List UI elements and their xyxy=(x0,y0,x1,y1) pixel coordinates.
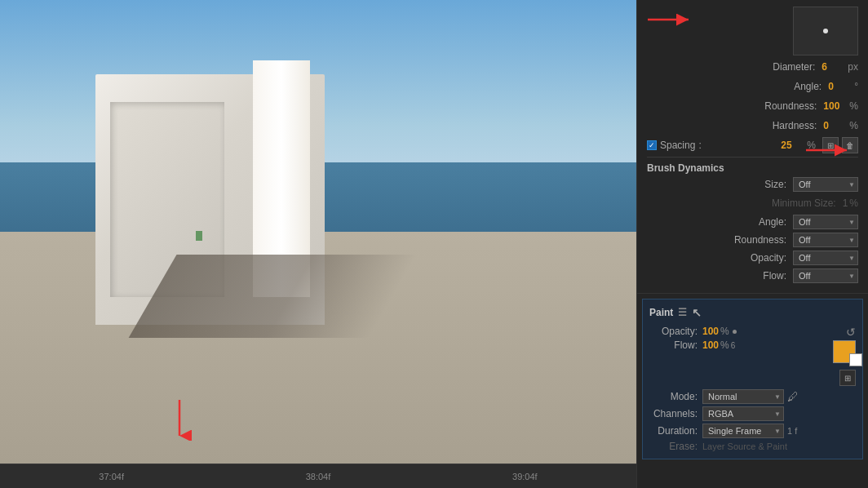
diameter-value: 6 xyxy=(822,61,846,73)
paint-flow-unit: % xyxy=(720,339,729,351)
size-label: Size: xyxy=(647,179,793,190)
channels-select[interactable]: RGBA RGB Alpha xyxy=(702,406,784,421)
spacing-label: Spacing: xyxy=(647,140,781,151)
opacity-flow-group: Opacity: 100 % Flow: 100 % 6 xyxy=(649,326,740,353)
eyedropper-icon[interactable]: 🖊 xyxy=(787,390,799,403)
spacing-checkbox[interactable] xyxy=(647,140,657,150)
channels-select-wrapper: RGBA RGB Alpha xyxy=(702,406,784,421)
flow-small-num: 6 xyxy=(731,341,736,350)
paint-flow-row: Flow: 100 % 6 xyxy=(649,339,740,351)
cursor-icon: ↖ xyxy=(692,306,702,319)
size-select-wrapper: Off xyxy=(793,177,858,192)
roundness-dynamics-row: Roundness: Off xyxy=(647,233,858,247)
size-select[interactable]: Off xyxy=(793,177,858,192)
hardness-row: Hardness: 0 % xyxy=(647,118,858,134)
color-swap-icon[interactable]: ↺ xyxy=(846,326,856,339)
duration-select-wrapper: Single Frame All Frames Work Area xyxy=(702,424,784,438)
diameter-row: Diameter: 6 px xyxy=(647,59,858,75)
brush-section: Diameter: 6 px Angle: 0 ° xyxy=(637,0,868,294)
size-row: Size: Off xyxy=(647,177,858,192)
paint-header-icon: ☰ xyxy=(678,307,687,318)
paint-section: Paint ☰ ↖ Opacity: 100 % Flow: xyxy=(642,299,863,459)
paint-mode-row: Mode: Normal Multiply Screen Overlay 🖊 xyxy=(649,389,856,404)
angle-row: Angle: 0 ° xyxy=(647,78,858,95)
video-canvas xyxy=(0,0,636,464)
paint-opacity-unit: % xyxy=(720,326,729,337)
angle-dynamics-label: Angle: xyxy=(647,216,793,228)
paint-mode-label: Mode: xyxy=(649,391,702,402)
angle-label: Angle: xyxy=(647,81,828,92)
paint-channels-row: Channels: RGBA RGB Alpha xyxy=(649,406,856,421)
diameter-unit: px xyxy=(848,61,858,73)
opacity-dot xyxy=(733,330,737,334)
spacing-row: Spacing: 25 % ⊞ 🗑 xyxy=(647,137,858,153)
roundness-dynamics-select[interactable]: Off xyxy=(793,233,858,247)
brush-dynamics-title: Brush Dynamics xyxy=(647,162,858,174)
main-area: 37:04f 38:04f 39:04f Diameter: 6 px xyxy=(0,0,868,488)
brush-preview xyxy=(793,7,858,55)
paint-flow-label: Flow: xyxy=(649,339,702,351)
erase-label: Erase: xyxy=(649,441,702,452)
paint-erase-row: Erase: Layer Source & Paint xyxy=(649,441,856,452)
min-size-label: Minimum Size: xyxy=(647,197,843,209)
opacity-dynamics-label: Opacity: xyxy=(647,252,793,264)
min-size-unit: % xyxy=(849,197,858,209)
spacing-label-text: Spacing xyxy=(660,140,695,151)
paint-opacity-label: Opacity: xyxy=(649,326,702,337)
opacity-dynamics-select-wrapper: Off xyxy=(793,251,858,265)
paint-flow-value: 100 xyxy=(702,339,719,351)
opacity-dynamics-select[interactable]: Off xyxy=(793,251,858,265)
roundness-dynamics-select-wrapper: Off xyxy=(793,233,858,247)
divider-1 xyxy=(647,157,858,157)
min-size-row: Minimum Size: 1 % xyxy=(647,195,858,211)
spacing-actions: ⊞ 🗑 xyxy=(822,137,858,153)
flow-dynamics-row: Flow: Off xyxy=(647,268,858,283)
timeline-labels: 37:04f 38:04f 39:04f xyxy=(8,472,628,481)
mode-select-wrapper: Normal Multiply Screen Overlay xyxy=(702,389,784,404)
min-size-value: 1 xyxy=(843,197,848,209)
swatch-extra-icons: ⊞ xyxy=(839,370,856,386)
angle-dynamics-select[interactable]: Off xyxy=(793,215,858,229)
duration-select[interactable]: Single Frame All Frames Work Area xyxy=(702,424,784,438)
paint-header: Paint ☰ ↖ xyxy=(649,306,856,319)
brush-preview-area xyxy=(647,7,858,55)
photo-scene xyxy=(0,0,636,464)
angle-unit: ° xyxy=(854,81,858,92)
structure xyxy=(95,47,382,325)
erase-value: Layer Source & Paint xyxy=(702,441,787,451)
color-swatch-group: ↺ ⊞ xyxy=(833,326,856,386)
spacing-action-1[interactable]: ⊞ xyxy=(822,137,839,153)
timeline-label-3: 39:04f xyxy=(512,472,538,481)
angle-value: 0 xyxy=(828,81,852,92)
swatch-icon-1[interactable]: ⊞ xyxy=(839,370,856,386)
brush-dot xyxy=(823,29,828,33)
spacing-action-2[interactable]: 🗑 xyxy=(842,137,858,153)
spacing-unit: % xyxy=(807,140,816,151)
paint-title: Paint xyxy=(649,307,673,318)
spacing-checkbox-wrap: Spacing: xyxy=(647,140,774,151)
flow-dynamics-label: Flow: xyxy=(647,270,793,282)
structure-mark xyxy=(196,231,202,241)
structure-shadow xyxy=(129,255,520,338)
paint-opacity-value: 100 xyxy=(702,326,719,337)
diameter-label: Diameter: xyxy=(647,61,822,73)
roundness-unit: % xyxy=(849,100,858,112)
flow-dynamics-select[interactable]: Off xyxy=(793,268,858,283)
mode-select[interactable]: Normal Multiply Screen Overlay xyxy=(702,389,784,404)
timeline-label-1: 37:04f xyxy=(99,472,124,481)
right-panel: Diameter: 6 px Angle: 0 ° xyxy=(636,0,868,488)
video-panel: 37:04f 38:04f 39:04f xyxy=(0,0,636,488)
paint-opacity-row: Opacity: 100 % xyxy=(649,326,740,337)
angle-dynamics-select-wrapper: Off xyxy=(793,215,858,229)
hardness-label: Hardness: xyxy=(647,120,823,131)
paint-duration-row: Duration: Single Frame All Frames Work A… xyxy=(649,424,856,438)
color-swatches xyxy=(833,340,856,363)
paint-duration-label: Duration: xyxy=(649,425,702,437)
roundness-label: Roundness: xyxy=(647,100,823,112)
angle-dynamics-row: Angle: Off xyxy=(647,215,858,229)
color-swatch-secondary[interactable] xyxy=(849,353,862,366)
flow-dynamics-select-wrapper: Off xyxy=(793,268,858,283)
duration-num: 1 f xyxy=(787,426,797,436)
hardness-unit: % xyxy=(849,120,858,131)
timeline-label-2: 38:04f xyxy=(306,472,331,481)
